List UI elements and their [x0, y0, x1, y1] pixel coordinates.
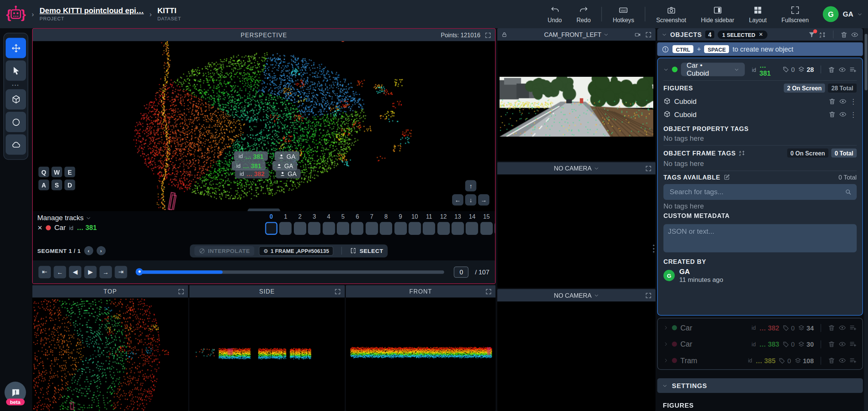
tag-search-input[interactable]	[669, 187, 845, 196]
selected-object-row[interactable]: Car • Cuboid id … 381 0 28	[663, 62, 857, 78]
frame-number-4[interactable]: 4	[322, 213, 335, 220]
trash-icon[interactable]	[840, 31, 848, 38]
trash-icon[interactable]	[828, 66, 835, 73]
hotkey-a[interactable]: A	[38, 180, 49, 190]
play-backward-button[interactable]: ◀	[69, 266, 81, 278]
circle-tool-button[interactable]	[6, 112, 26, 132]
frame-cell-8[interactable]	[380, 222, 392, 235]
front-view-canvas[interactable]	[346, 298, 496, 411]
skip-to-end-button[interactable]: ⇥	[115, 266, 127, 278]
move-tool-button[interactable]	[6, 38, 26, 58]
chevron-down-icon[interactable]	[662, 32, 667, 37]
frame-number-6[interactable]: 6	[351, 213, 364, 220]
expand-icon[interactable]	[178, 288, 185, 295]
frame-slider[interactable]	[137, 270, 445, 274]
frame-number-10[interactable]: 10	[408, 213, 421, 220]
eye-icon[interactable]	[851, 31, 859, 38]
hotkey-e[interactable]: E	[64, 167, 75, 178]
cloud-tool-button[interactable]	[6, 134, 26, 155]
prev-frame-button[interactable]: ←	[54, 266, 66, 278]
frame-number-8[interactable]: 8	[380, 213, 392, 220]
frame-slider-handle[interactable]	[136, 268, 143, 276]
search-icon[interactable]	[845, 189, 852, 195]
frame-cell-6[interactable]	[351, 222, 364, 235]
expand-icon[interactable]	[335, 288, 341, 295]
chevron-right-icon[interactable]	[663, 325, 669, 330]
frame-cell-12[interactable]	[437, 222, 450, 235]
fullscreen-button[interactable]: Fullscreen	[776, 5, 814, 23]
frame-cell-2[interactable]	[294, 222, 306, 235]
trash-icon[interactable]	[828, 357, 836, 364]
frame-number-12[interactable]: 12	[437, 213, 450, 220]
add-to-list-icon[interactable]	[850, 324, 857, 332]
eye-icon[interactable]	[839, 357, 846, 364]
nav-right-button[interactable]: →	[478, 194, 489, 206]
chevron-right-icon[interactable]	[663, 358, 669, 363]
pointer-tool-button[interactable]	[6, 61, 26, 81]
scrollbar-thumb[interactable]	[865, 34, 868, 90]
custom-metadata-input[interactable]	[663, 224, 857, 253]
nav-up-button[interactable]: ↑	[465, 180, 477, 192]
frame-cell-3[interactable]	[308, 222, 321, 235]
trash-icon[interactable]	[828, 324, 836, 332]
frame-number-15[interactable]: 15	[480, 213, 493, 220]
frame-number-5[interactable]: 5	[337, 213, 349, 220]
play-forward-button[interactable]: ▶	[84, 266, 97, 278]
frame-number-0[interactable]: 0	[265, 213, 278, 220]
kebab-menu-icon[interactable]: ⋮	[850, 98, 857, 105]
user-menu[interactable]: G GA	[823, 6, 862, 22]
frame-app-button[interactable]: ⚙ 1 FRAME ,APP#506135	[259, 246, 333, 256]
hide-sidebar-button[interactable]: Hide sidebar	[696, 5, 739, 23]
undo-button[interactable]: Undo	[542, 5, 567, 23]
layout-button[interactable]: Layout	[744, 5, 772, 23]
interpolate-button[interactable]: INTERPOLATE	[194, 246, 254, 256]
hotkey-d[interactable]: D	[64, 180, 75, 190]
frame-cell-1[interactable]	[280, 222, 292, 235]
edit-icon[interactable]	[723, 174, 730, 181]
trash-icon[interactable]	[828, 98, 836, 105]
sort-az-icon[interactable]	[739, 150, 746, 157]
add-to-list-icon[interactable]	[850, 357, 857, 364]
perspective-viewport[interactable]: Q W E A S D id … 382 GA	[33, 41, 495, 212]
hotkey-w[interactable]: W	[52, 167, 63, 178]
nav-left-button[interactable]: ←	[452, 194, 463, 206]
figure-row[interactable]: Cuboid ⋮	[663, 95, 857, 108]
eye-icon[interactable]	[839, 111, 847, 118]
current-frame-input[interactable]: 0	[454, 266, 469, 277]
next-frame-button[interactable]: →	[99, 266, 112, 278]
hotkey-q[interactable]: Q	[38, 167, 49, 178]
segment-next-button[interactable]: ›	[96, 246, 105, 255]
frame-number-11[interactable]: 11	[423, 213, 435, 220]
frame-cell-0[interactable]	[265, 222, 278, 235]
eye-icon[interactable]	[839, 341, 846, 348]
frame-number-2[interactable]: 2	[294, 213, 306, 220]
eye-icon[interactable]	[839, 324, 846, 332]
side-view-canvas[interactable]	[189, 298, 345, 411]
breadcrumb-project-link[interactable]: Demo KITTI pointcloud epi…	[40, 6, 144, 15]
kebab-menu-icon[interactable]: ⋮	[850, 111, 857, 118]
frame-cell-13[interactable]	[452, 222, 464, 235]
frame-cell-14[interactable]	[466, 222, 478, 235]
close-track-icon[interactable]: ✕	[37, 224, 43, 231]
frame-cell-11[interactable]	[423, 222, 435, 235]
eye-icon[interactable]	[839, 98, 847, 105]
frame-cell-15[interactable]	[480, 222, 493, 235]
supervisely-logo-icon[interactable]	[6, 4, 26, 24]
trash-icon[interactable]	[828, 111, 836, 118]
frame-cell-10[interactable]	[408, 222, 421, 235]
frame-cell-4[interactable]	[322, 222, 335, 235]
cuboid-tool-button[interactable]	[6, 89, 26, 110]
frame-cell-5[interactable]	[337, 222, 349, 235]
hotkeys-button[interactable]: Hotkeys	[608, 5, 639, 23]
frame-number-1[interactable]: 1	[280, 213, 292, 220]
camera-select-dropdown[interactable]: NO CAMERA	[497, 292, 656, 299]
add-to-list-icon[interactable]	[850, 66, 857, 73]
expand-icon[interactable]	[486, 288, 492, 295]
object-row-tram-385[interactable]: Tram id … 385 0 108	[663, 352, 857, 369]
chevron-down-icon[interactable]	[663, 67, 669, 72]
sort-az-icon[interactable]	[819, 31, 827, 38]
column-resize-handle[interactable]: •••	[653, 244, 655, 253]
hotkey-s[interactable]: S	[52, 180, 63, 190]
object-row-car-382[interactable]: Car id … 382 0 34	[663, 320, 857, 336]
add-to-list-icon[interactable]	[850, 341, 857, 348]
